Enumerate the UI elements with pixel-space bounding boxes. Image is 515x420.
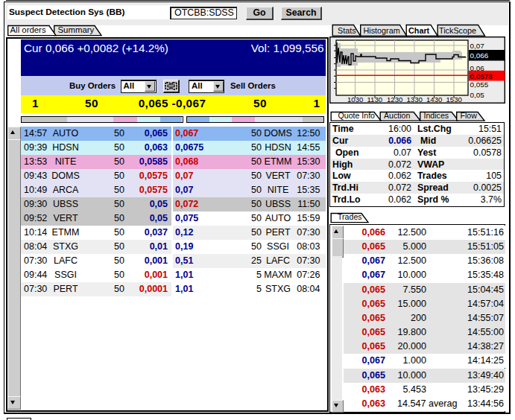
- svg-text:Histogram: Histogram: [364, 26, 400, 35]
- svg-text:0,06: 0,06: [470, 64, 485, 72]
- svg-text:1030: 1030: [347, 95, 363, 104]
- svg-text:1230: 1230: [387, 95, 402, 104]
- svg-text:1530: 1530: [446, 95, 462, 104]
- svg-text:0,055: 0,055: [470, 80, 489, 89]
- svg-text:1130: 1130: [367, 95, 383, 104]
- svg-text:Summary: Summary: [58, 25, 95, 34]
- svg-text:0,066: 0,066: [470, 51, 489, 60]
- svg-text:1330: 1330: [407, 95, 423, 104]
- svg-text:Chart: Chart: [408, 26, 430, 35]
- svg-text:TickScope: TickScope: [439, 26, 476, 35]
- svg-text:0,05: 0,05: [470, 91, 485, 99]
- svg-text:0,07: 0,07: [470, 42, 484, 50]
- svg-text:Quote Info: Quote Info: [338, 111, 376, 120]
- svg-text:Auction: Auction: [384, 111, 410, 120]
- svg-text:All orders: All orders: [10, 25, 46, 34]
- svg-text:0,0578: 0,0578: [470, 72, 493, 80]
- svg-text:Flow: Flow: [461, 111, 478, 120]
- svg-text:Indices: Indices: [424, 111, 449, 120]
- svg-text:Trades: Trades: [338, 212, 362, 221]
- svg-text:1430: 1430: [426, 95, 442, 104]
- svg-text:Stats: Stats: [338, 26, 356, 35]
